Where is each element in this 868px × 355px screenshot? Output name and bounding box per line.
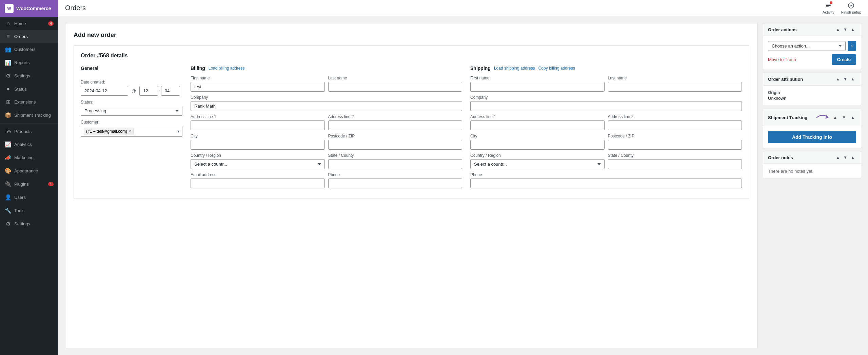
topbar-actions: Activity Finish setup xyxy=(823,2,861,14)
shipment-tracking-panel: Shipment Tracking ▲ ▼ ▲ Add Tracking Inf… xyxy=(763,109,861,148)
sidebar-item-customers[interactable]: 👥 Customers xyxy=(0,43,58,56)
billing-lastname-field: Last name xyxy=(328,76,462,92)
shipping-address2-input[interactable] xyxy=(608,120,742,130)
sidebar-item-settings[interactable]: ⚙ Settings xyxy=(0,69,58,82)
products-icon: 🛍 xyxy=(5,128,12,134)
sidebar-item-reports[interactable]: 📊 Reports xyxy=(0,56,58,69)
billing-heading: Billing xyxy=(191,66,205,71)
billing-email-phone-row: Email address Phone xyxy=(191,172,462,188)
billing-state-input[interactable] xyxy=(328,159,462,169)
sidebar-item-settings2[interactable]: ⚙ Settings xyxy=(0,217,58,230)
shipment-tracking-icon: 📦 xyxy=(5,112,12,118)
order-attribution-collapse-down-button[interactable]: ▼ xyxy=(842,76,849,82)
billing-lastname-input[interactable] xyxy=(328,82,462,92)
time-min-input[interactable] xyxy=(161,86,180,96)
shipment-tracking-collapse-down-button[interactable]: ▼ xyxy=(841,115,847,120)
shipping-country-state-row: Country / Region Select a countr... Stat… xyxy=(470,153,742,169)
shipping-firstname-field: First name xyxy=(470,76,605,92)
shipping-company-label: Company xyxy=(470,95,742,100)
copy-billing-address-link[interactable]: Copy billing address xyxy=(538,66,575,71)
billing-country-select[interactable]: Select a countr... xyxy=(191,159,325,169)
shipment-tracking-collapse-up-button[interactable]: ▲ xyxy=(832,115,839,120)
shipping-address1-input[interactable] xyxy=(470,120,605,130)
sidebar-logo[interactable]: W WooCommerce xyxy=(0,0,58,17)
billing-company-input[interactable] xyxy=(191,101,462,111)
shipping-phone-row: Phone xyxy=(470,172,742,188)
order-notes-close-button[interactable]: ▲ xyxy=(849,155,856,160)
sidebar-item-products[interactable]: 🛍 Products xyxy=(0,125,58,138)
action-go-button[interactable]: › xyxy=(848,41,856,51)
sidebar-item-analytics[interactable]: 📈 Analytics xyxy=(0,138,58,151)
shipment-tracking-panel-title: Shipment Tracking xyxy=(768,115,807,120)
order-actions-close-button[interactable]: ▲ xyxy=(849,27,856,32)
shipping-postcode-input[interactable] xyxy=(608,140,742,150)
date-input[interactable] xyxy=(81,86,128,96)
sidebar-item-extensions[interactable]: ⊞ Extensions xyxy=(0,95,58,109)
billing-state-label: State / County xyxy=(328,153,462,158)
orders-icon: ≡ xyxy=(5,33,12,39)
shipping-company-input[interactable] xyxy=(470,101,742,111)
customer-select-chevron[interactable]: ▾ xyxy=(177,129,179,134)
finish-setup-button[interactable]: Finish setup xyxy=(841,2,861,14)
order-attribution-close-button[interactable]: ▲ xyxy=(849,76,856,82)
plugins-badge: 1 xyxy=(48,182,54,186)
customer-tag-remove-button[interactable]: × xyxy=(129,129,131,134)
sidebar-item-tools[interactable]: 🔧 Tools xyxy=(0,204,58,217)
sidebar-item-home[interactable]: ⌂ Home 4 xyxy=(0,17,58,30)
time-inputs: : xyxy=(139,86,180,96)
sidebar-item-label-appearance: Appearance xyxy=(14,168,54,173)
billing-address2-input[interactable] xyxy=(328,120,462,130)
shipping-state-input[interactable] xyxy=(608,159,742,169)
sidebar-item-label-marketing: Marketing xyxy=(14,155,54,160)
load-billing-address-link[interactable]: Load billing address xyxy=(209,66,245,71)
sidebar-item-label-products: Products xyxy=(14,129,54,134)
shipment-tracking-panel-header: Shipment Tracking ▲ ▼ ▲ xyxy=(763,109,861,126)
sidebar-item-status[interactable]: ● Status xyxy=(0,82,58,95)
sidebar-item-label-plugins: Plugins xyxy=(14,182,45,187)
shipment-tracking-close-button[interactable]: ▲ xyxy=(849,115,856,120)
sidebar-item-users[interactable]: 👤 Users xyxy=(0,191,58,204)
origin-value: Unknown xyxy=(768,96,856,101)
sidebar-item-label-orders: Orders xyxy=(14,34,54,39)
status-select[interactable]: Pending payment Processing On hold Compl… xyxy=(81,106,182,116)
billing-email-field: Email address xyxy=(191,172,325,188)
shipping-header: Shipping Load shipping address Copy bill… xyxy=(470,66,742,71)
billing-phone-input[interactable] xyxy=(328,179,462,188)
order-notes-panel-title: Order notes xyxy=(768,155,793,160)
time-hour-input[interactable] xyxy=(139,86,158,96)
billing-email-input[interactable] xyxy=(191,179,325,188)
order-notes-collapse-down-button[interactable]: ▼ xyxy=(842,155,849,160)
analytics-icon: 📈 xyxy=(5,141,12,148)
shipping-firstname-input[interactable] xyxy=(470,82,605,92)
shipping-lastname-input[interactable] xyxy=(608,82,742,92)
sidebar-item-marketing[interactable]: 📣 Marketing xyxy=(0,151,58,164)
billing-country-field: Country / Region Select a countr... xyxy=(191,153,325,169)
sidebar-item-appearance[interactable]: 🎨 Appearance xyxy=(0,164,58,178)
billing-address1-input[interactable] xyxy=(191,120,325,130)
load-shipping-address-link[interactable]: Load shipping address xyxy=(494,66,535,71)
billing-company-row: Company xyxy=(191,95,462,111)
order-attribution-collapse-up-button[interactable]: ▲ xyxy=(834,76,841,82)
create-button[interactable]: Create xyxy=(832,54,856,65)
sidebar-item-plugins[interactable]: 🔌 Plugins 1 xyxy=(0,178,58,191)
customer-label: Customer: xyxy=(81,120,182,125)
order-action-select[interactable]: Choose an action... xyxy=(768,41,846,51)
add-tracking-info-button[interactable]: Add Tracking Info xyxy=(768,131,856,143)
billing-postcode-input[interactable] xyxy=(328,140,462,150)
sidebar-item-shipment-tracking[interactable]: 📦 Shipment Tracking xyxy=(0,109,58,122)
order-actions-collapse-up-button[interactable]: ▲ xyxy=(834,27,841,32)
shipping-phone-input[interactable] xyxy=(470,179,742,188)
billing-firstname-input[interactable] xyxy=(191,82,325,92)
status-field: Status: Pending payment Processing On ho… xyxy=(81,100,182,116)
customer-select-wrapper[interactable]: (#1 – test@gmail.com) × ▾ xyxy=(81,126,182,137)
move-to-trash-link[interactable]: Move to Trash xyxy=(768,57,796,62)
activity-button[interactable]: Activity xyxy=(823,2,834,14)
shipping-country-select[interactable]: Select a countr... xyxy=(470,159,605,169)
billing-city-input[interactable] xyxy=(191,140,325,150)
billing-company-label: Company xyxy=(191,95,462,100)
sidebar-item-orders[interactable]: ≡ Orders xyxy=(0,30,58,43)
order-actions-collapse-down-button[interactable]: ▼ xyxy=(842,27,849,32)
order-notes-panel: Order notes ▲ ▼ ▲ There are no notes yet… xyxy=(763,151,861,179)
shipping-city-input[interactable] xyxy=(470,140,605,150)
order-notes-collapse-up-button[interactable]: ▲ xyxy=(834,155,841,160)
